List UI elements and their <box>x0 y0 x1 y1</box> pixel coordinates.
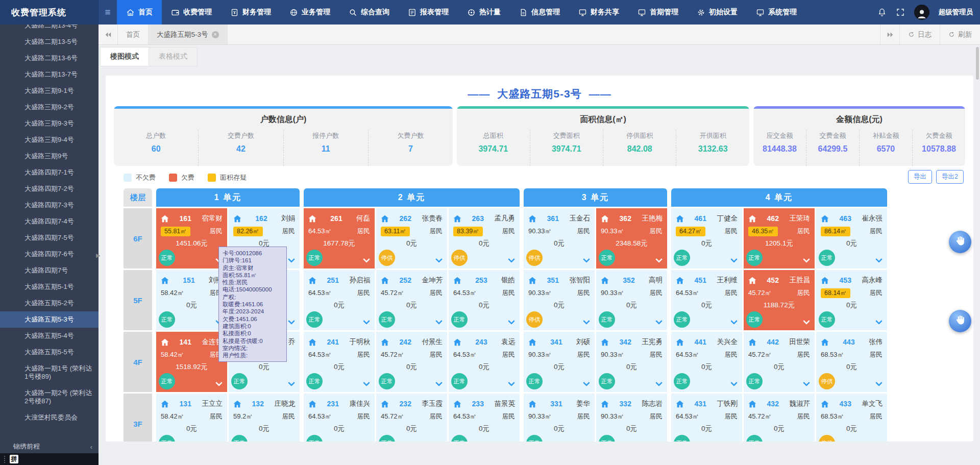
sidebar-item-4[interactable]: 大盛路二期13-7号 <box>0 66 99 83</box>
chevron-down-icon[interactable] <box>730 379 738 386</box>
sidebar-item-3[interactable]: 大盛路二期13-6号 <box>0 50 99 66</box>
room-card[interactable]: 361玉金石90.33㎡居民0元停供 <box>524 208 595 268</box>
sidebar-footer-node[interactable]: 锦绣前程 ‹ <box>0 440 99 453</box>
room-card[interactable]: 362王艳梅90.33㎡居民2348.58元正常 <box>596 208 667 268</box>
mode-tab-2[interactable]: 表格模式 <box>149 47 198 66</box>
sidebar-item-14[interactable]: 大盛路四期7-5号 <box>0 230 99 246</box>
chevron-down-icon[interactable] <box>288 441 295 442</box>
chevron-down-icon[interactable] <box>655 256 663 263</box>
room-card[interactable]: 151刘艳58.42㎡居民0元正常 <box>156 270 227 330</box>
room-card[interactable]: 441关兴全64.53㎡居民0元正常 <box>671 332 742 392</box>
hamburger-menu-icon[interactable]: ≡ <box>99 7 117 18</box>
chevron-down-icon[interactable] <box>730 441 738 442</box>
crumb-tab-2[interactable]: 大盛路五期5-3号× <box>149 25 228 44</box>
chevron-down-icon[interactable] <box>803 256 810 263</box>
sidebar-item-18[interactable]: 大盛路五期5-2号 <box>0 295 99 311</box>
room-card[interactable]: 352高明90.33㎡居民0元正常 <box>596 270 667 330</box>
nav-item-1[interactable]: 首页 <box>117 0 162 25</box>
room-card[interactable]: 131王立立58.42㎡居民0元正常 <box>156 394 227 442</box>
chevron-down-icon[interactable] <box>508 441 515 442</box>
nav-item-8[interactable]: 信息管理 <box>510 0 569 25</box>
sidebar-item-8[interactable]: 大盛路三期9-4号 <box>0 132 99 148</box>
room-card[interactable]: 161宿常财55.81㎡居民1451.06元正常 <box>156 208 227 268</box>
export-button-2[interactable]: 导出2 <box>936 170 964 184</box>
room-card[interactable]: 243袁远64.53㎡居民0元正常 <box>449 332 520 392</box>
room-card[interactable]: 351张智阳90.33㎡居民0元停供 <box>524 270 595 330</box>
sidebar-item-1[interactable]: 大盛路二期13-4号 <box>0 25 99 34</box>
nav-item-12[interactable]: 系统管理 <box>747 0 806 25</box>
chevron-down-icon[interactable] <box>435 317 443 325</box>
sidebar-item-22[interactable]: 大盛路一期1号 (荣利达1号楼89) <box>0 360 99 385</box>
room-card[interactable]: 261何磊64.53㎡居民1677.78元正常 <box>304 208 375 268</box>
room-card[interactable]: 251孙启福64.53㎡居民0元正常 <box>304 270 375 330</box>
sidebar-item-21[interactable]: 大盛路五期5-5号 <box>0 344 99 360</box>
room-card[interactable]: 233苗景英64.53㎡居民0元正常 <box>449 394 520 442</box>
room-card[interactable]: 242付景生45.72㎡居民0元正常 <box>376 332 447 392</box>
sidebar-item-5[interactable]: 大盛路三期9-1号 <box>0 83 99 99</box>
chevron-down-icon[interactable] <box>363 256 370 263</box>
nav-item-3[interactable]: 财务管理 <box>221 0 280 25</box>
chevron-down-icon[interactable] <box>363 441 370 442</box>
mode-tab-1[interactable]: 楼图模式 <box>100 47 149 66</box>
sidebar-item-16[interactable]: 大盛路四期7号 <box>0 262 99 279</box>
room-card[interactable]: 462王荣琦46.35㎡居民1205.1元正常 <box>744 208 815 268</box>
tabs-scroll-left-icon[interactable] <box>99 25 118 44</box>
chevron-down-icon[interactable] <box>655 379 663 386</box>
chevron-down-icon[interactable] <box>215 379 223 386</box>
chevron-down-icon[interactable] <box>508 317 515 325</box>
room-card[interactable]: 253银皓64.53㎡居民0元正常 <box>449 270 520 330</box>
floating-hand-button-2[interactable] <box>949 310 971 332</box>
chevron-down-icon[interactable] <box>875 256 883 263</box>
chevron-down-icon[interactable] <box>875 441 883 442</box>
room-card[interactable]: 463崔永强86.14㎡居民0元正常 <box>816 208 887 268</box>
sidebar-item-11[interactable]: 大盛路四期7-2号 <box>0 181 99 197</box>
sidebar-item-6[interactable]: 大盛路三期9-2号 <box>0 99 99 115</box>
scrollbar-thumb[interactable] <box>976 47 979 80</box>
room-card[interactable]: 141金连哲58.42㎡居民1518.92元正常 <box>156 332 227 392</box>
room-card[interactable]: 231康佳兴64.53㎡居民0元正常 <box>304 394 375 442</box>
chevron-down-icon[interactable] <box>803 379 810 386</box>
chevron-down-icon[interactable] <box>583 317 590 325</box>
room-card[interactable]: 241于明秋64.53㎡居民0元正常 <box>304 332 375 392</box>
crumb-tab-1[interactable]: 首页 <box>118 25 149 44</box>
nav-item-5[interactable]: 综合查询 <box>339 0 399 25</box>
room-card[interactable]: 263孟凡勇83.39㎡居民0元停供 <box>449 208 520 268</box>
tabs-scroll-right-icon[interactable] <box>880 25 899 44</box>
room-card[interactable]: 451王利维64.53㎡居民0元正常 <box>671 270 742 330</box>
chevron-down-icon[interactable] <box>363 379 370 386</box>
room-card[interactable]: 262张贵春63.11㎡居民0元停供 <box>376 208 447 268</box>
chevron-down-icon[interactable] <box>508 256 515 263</box>
chevron-down-icon[interactable] <box>288 317 295 325</box>
room-card[interactable]: 342王宪勇90.33㎡居民0元正常 <box>596 332 667 392</box>
sidebar-item-10[interactable]: 大盛路四期7-1号 <box>0 164 99 181</box>
collapse-left-icon[interactable]: ‹ <box>90 443 92 451</box>
sidebar-item-19[interactable]: 大盛路五期5-3号 <box>0 311 99 328</box>
sidebar-item-15[interactable]: 大盛路四期7-6号 <box>0 246 99 262</box>
sidebar-item-13[interactable]: 大盛路四期7-4号 <box>0 213 99 230</box>
chevron-down-icon[interactable] <box>875 317 883 325</box>
log-button[interactable]: 日志 <box>899 25 940 44</box>
room-card[interactable]: 341刘硕90.33㎡居民0元正常 <box>524 332 595 392</box>
chevron-down-icon[interactable] <box>435 256 443 263</box>
sidebar-item-17[interactable]: 大盛路五期5-1号 <box>0 279 99 295</box>
room-card[interactable]: 332陈志岩90.33㎡居民0元正常 <box>596 394 667 442</box>
chevron-down-icon[interactable] <box>508 379 515 386</box>
room-card[interactable]: 443张伟68.53㎡居民0元停供 <box>816 332 887 392</box>
sidebar-item-9[interactable]: 大盛路三期9号 <box>0 148 99 164</box>
user-name[interactable]: 超级管理员 <box>939 8 973 17</box>
nav-item-10[interactable]: 首期管理 <box>628 0 688 25</box>
sidebar-collapse-handle[interactable]: ▶ <box>96 252 100 259</box>
chevron-down-icon[interactable] <box>803 317 810 325</box>
nav-item-11[interactable]: 初始设置 <box>688 0 747 25</box>
fullscreen-icon[interactable] <box>896 8 905 17</box>
nav-item-9[interactable]: 财务共享 <box>569 0 628 25</box>
chevron-down-icon[interactable] <box>583 379 590 386</box>
room-card[interactable]: 461丁健全64.27㎡居民0元正常 <box>671 208 742 268</box>
chevron-down-icon[interactable] <box>288 256 295 263</box>
chevron-down-icon[interactable] <box>435 441 443 442</box>
nav-item-2[interactable]: 收费管理 <box>162 0 221 25</box>
sidebar-item-12[interactable]: 大盛路四期7-3号 <box>0 197 99 213</box>
chevron-down-icon[interactable] <box>730 256 738 263</box>
nav-item-7[interactable]: 热计量 <box>458 0 510 25</box>
chevron-down-icon[interactable] <box>655 441 663 442</box>
